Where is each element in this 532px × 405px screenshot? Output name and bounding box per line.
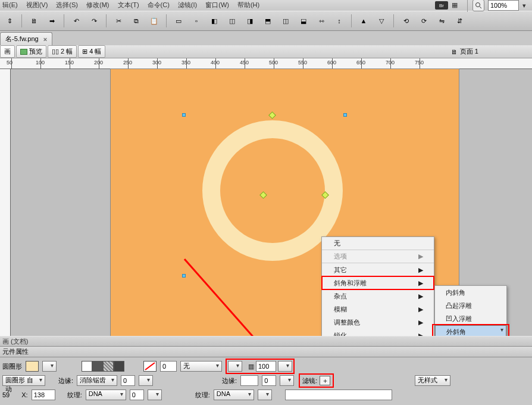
menu-item[interactable]: 调整颜色▶ <box>322 316 434 329</box>
chevron-right-icon: ▶ <box>418 253 423 260</box>
edge2-step[interactable] <box>280 375 294 386</box>
edge2-input[interactable] <box>240 375 258 386</box>
paste-icon[interactable]: 📋 <box>147 14 161 28</box>
edge-step[interactable] <box>139 375 153 386</box>
texture-swatch[interactable] <box>103 361 114 372</box>
texture-step[interactable] <box>148 390 162 400</box>
menu-item[interactable]: 选择(S) <box>56 0 78 11</box>
menu-item[interactable]: 滤镜(I) <box>178 0 197 11</box>
stroke-group <box>82 361 124 372</box>
rotate-r-icon[interactable]: ⟳ <box>417 14 431 28</box>
tab-original[interactable]: 画 <box>0 45 15 58</box>
edge-num-input[interactable] <box>121 375 135 386</box>
edge-select[interactable]: 消除锯齿 <box>77 375 117 386</box>
menu-item[interactable]: 修改(M) <box>86 0 109 11</box>
selection-handle[interactable] <box>182 113 186 117</box>
stroke-style-select[interactable]: 无 <box>180 361 222 372</box>
back-icon[interactable]: ▽ <box>374 14 389 28</box>
align-left-icon[interactable]: ◧ <box>207 14 221 28</box>
rotate-l-icon[interactable]: ⟲ <box>399 14 413 28</box>
tab-preview[interactable]: 预览 <box>16 45 46 58</box>
align-top-icon[interactable]: ⬒ <box>261 14 275 28</box>
texture2-step[interactable] <box>258 390 272 400</box>
opacity-dropdown[interactable] <box>228 361 242 372</box>
select-label: 消除锯齿 <box>80 376 106 384</box>
solid-swatch[interactable] <box>92 361 103 372</box>
opacity-input[interactable] <box>256 361 276 372</box>
coord-x-input[interactable] <box>32 390 55 400</box>
submenu-item[interactable]: 凸起浮雕 <box>435 299 506 312</box>
zoom-icon[interactable] <box>472 0 484 11</box>
tab-2up[interactable]: ▯▯2 幅 <box>48 45 77 58</box>
stroke-color-swatch[interactable] <box>143 361 157 372</box>
align-right-icon[interactable]: ◨ <box>243 14 257 28</box>
split4-icon: ⊞ <box>82 48 87 55</box>
open-icon[interactable]: ➡ <box>45 14 59 28</box>
properties-panel: 画 (文档) 元件属性 圆圈形 无 ▥ <box>0 336 532 405</box>
dropdown-icon[interactable]: ▾ <box>522 1 526 10</box>
chevron-right-icon: ▶ <box>418 306 423 313</box>
menu-item[interactable]: 选项▶ <box>322 250 434 263</box>
properties-tab[interactable]: 元件属性 <box>0 347 532 357</box>
menu-item[interactable]: 杂点▶ <box>322 289 434 303</box>
fill-options[interactable] <box>42 361 57 372</box>
texture2-select[interactable]: DNA <box>214 390 254 400</box>
style-select[interactable]: 无样式 <box>415 375 450 386</box>
cut-icon[interactable]: ✂ <box>111 14 126 28</box>
edge2-label: 边缘: <box>222 376 237 385</box>
menu-item[interactable]: 辑(E) <box>2 0 18 11</box>
menu-item[interactable]: 文本(T) <box>118 0 139 11</box>
front-icon[interactable]: ▲ <box>356 14 371 28</box>
menu-item[interactable]: 视图(V) <box>26 0 48 11</box>
align-bottom-icon[interactable]: ⬓ <box>296 14 311 28</box>
selection-handle[interactable] <box>343 113 347 117</box>
undo-icon[interactable]: ↶ <box>69 14 83 28</box>
menu-item[interactable]: 模糊▶ <box>322 303 434 316</box>
stroke-width-input[interactable] <box>160 361 177 372</box>
align-center-icon[interactable]: ◫ <box>225 14 239 28</box>
texture-select[interactable]: DNA <box>86 390 126 400</box>
menu-item-label: 斜角和浮雕 <box>334 279 367 288</box>
menu-item[interactable]: 帮助(H) <box>237 0 259 11</box>
shape-preset-select[interactable]: 圆圈形 自动 <box>2 375 45 386</box>
ungroup-icon[interactable]: ▫ <box>189 14 204 28</box>
layer-icon: ▥ <box>248 363 254 370</box>
texture2-label: 纹理: <box>195 391 210 400</box>
flip-v-icon[interactable]: ⇵ <box>452 14 467 28</box>
chevron-right-icon: ▶ <box>418 292 423 300</box>
select-label: DNA <box>217 390 230 397</box>
filter-list[interactable] <box>285 390 392 400</box>
edge2-num-input[interactable] <box>262 375 276 386</box>
align-middle-icon[interactable]: ◫ <box>278 14 293 28</box>
submenu-item[interactable]: 内斜角 <box>435 286 506 299</box>
menu-item[interactable]: 命令(C) <box>148 0 170 11</box>
close-icon[interactable]: × <box>43 36 47 43</box>
selection-handle[interactable] <box>182 274 186 278</box>
distribute-v-icon[interactable]: ↕ <box>332 14 346 28</box>
group-icon[interactable]: ▭ <box>171 14 186 28</box>
menubar: 辑(E) 视图(V) 选择(S) 修改(M) 文本(T) 命令(C) 滤镜(I)… <box>0 0 532 11</box>
distribute-h-icon[interactable]: ⇿ <box>314 14 328 28</box>
none-swatch[interactable] <box>82 361 92 372</box>
arrow-expand-icon[interactable]: ⇕ <box>2 14 17 28</box>
fill-swatch[interactable] <box>26 361 39 372</box>
menu-item[interactable]: 窗口(W) <box>205 0 229 11</box>
page-indicator[interactable]: 🗎 页面 1 <box>451 47 532 56</box>
stock-icon[interactable]: ▦ <box>452 1 462 10</box>
copy-icon[interactable]: ⧉ <box>129 14 143 28</box>
menu-item[interactable]: 无 <box>322 237 434 250</box>
zoom-input[interactable] <box>488 0 519 11</box>
new-icon[interactable]: 🗎 <box>27 14 41 28</box>
more-swatch[interactable] <box>114 361 124 372</box>
redo-icon[interactable]: ↷ <box>87 14 101 28</box>
bridge-icon[interactable]: Br <box>435 1 448 10</box>
tab-4up[interactable]: ⊞4 幅 <box>78 45 105 58</box>
menu-item[interactable]: 斜角和浮雕▶ <box>322 276 434 289</box>
submenu-item[interactable]: 凹入浮雕 <box>435 312 506 325</box>
flip-h-icon[interactable]: ⇋ <box>434 14 449 28</box>
texture-num-input[interactable] <box>130 390 144 400</box>
doc-tab[interactable]: 名-5.fw.png × <box>0 32 52 45</box>
menu-item[interactable]: 其它▶ <box>322 263 434 276</box>
opacity-step[interactable] <box>278 361 292 372</box>
add-filter-button[interactable]: ＋ <box>320 376 330 385</box>
